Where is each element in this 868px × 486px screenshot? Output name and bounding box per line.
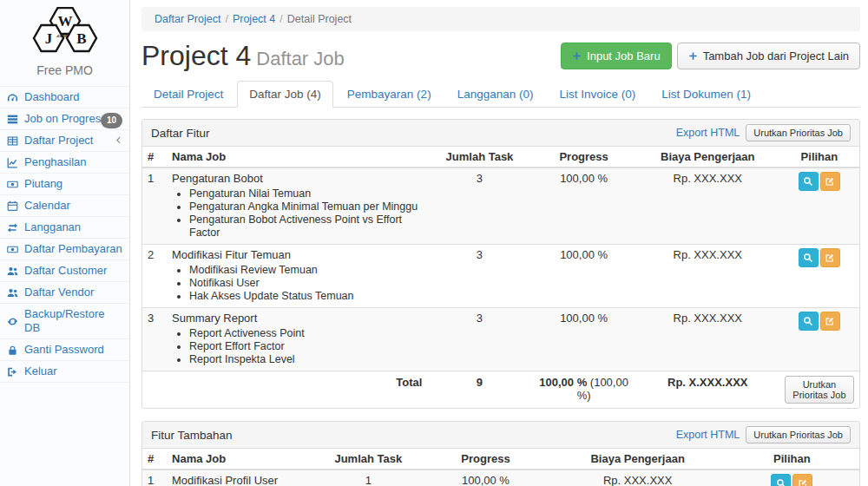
sub-job-item: Pengaturan Nilai Temuan xyxy=(189,187,422,200)
progress-value: 100,00 % xyxy=(532,308,636,371)
sidebar-item-daftar-customer[interactable]: Daftar Customer xyxy=(0,260,129,282)
row-number: 1 xyxy=(142,167,167,245)
urutkan-prioritas-job-button[interactable]: Urutkan Prioritas Job xyxy=(746,426,851,443)
logo-letter-b: B xyxy=(76,30,86,47)
line-chart-icon xyxy=(7,157,18,168)
progress-value: 100,00 % xyxy=(532,245,636,308)
export-html-link[interactable]: Export HTML xyxy=(676,127,740,139)
edit-job-button[interactable] xyxy=(820,312,840,331)
chevron-left-icon xyxy=(114,135,124,145)
tab-list-invoice-0[interactable]: List Invoice (0) xyxy=(547,81,648,108)
column-header-progress: Progress xyxy=(420,449,550,470)
sidebar-item-dashboard[interactable]: Dashboard xyxy=(0,86,129,108)
input-job-baru-button[interactable]: Input Job Baru xyxy=(561,43,672,69)
job-name: Pengaturan Bobot xyxy=(172,172,422,186)
total-progress: 100,00 % (100,00 %) xyxy=(532,371,636,409)
biaya-value: Rp. XXX.XXX xyxy=(551,470,725,486)
search-icon xyxy=(803,316,813,326)
breadcrumb-item-daftar-project[interactable]: Daftar Project xyxy=(155,13,220,25)
row-actions xyxy=(779,245,859,308)
sidebar-item-ganti-password[interactable]: Ganti Password xyxy=(0,339,129,361)
column-header-nama-job: Nama Job xyxy=(167,449,316,470)
breadcrumb-item-detail-project: Detail Project xyxy=(287,13,352,25)
search-icon xyxy=(803,176,813,187)
tab-list-dokumen-1[interactable]: List Dokumen (1) xyxy=(649,81,763,108)
biaya-value: Rp. XXX.XXX xyxy=(636,167,779,245)
export-html-link[interactable]: Export HTML xyxy=(676,429,740,441)
refresh-icon xyxy=(7,316,18,327)
tab-detail-project[interactable]: Detail Project xyxy=(141,81,235,108)
sidebar-item-langganan[interactable]: Langganan xyxy=(0,217,129,239)
sidebar-item-keluar[interactable]: Keluar xyxy=(0,361,129,383)
sidebar-item-calendar[interactable]: Calendar xyxy=(0,195,129,217)
tasks-icon xyxy=(7,114,19,125)
sidebar-item-daftar-pembayaran[interactable]: Daftar Pembayaran xyxy=(0,239,129,260)
sidebar-item-label: Calendar xyxy=(24,199,70,213)
view-job-button[interactable] xyxy=(771,474,791,486)
tambah-job-dari-project-lain-button[interactable]: Tambah Job dari Project Lain xyxy=(677,43,860,69)
sidebar-item-label: Ganti Password xyxy=(24,343,104,357)
jwb-logo: W J B .com xyxy=(0,0,129,60)
panel-tools: Export HTMLUrutkan Prioritas Job xyxy=(676,426,851,443)
column-header-jumlah-task: Jumlah Task xyxy=(316,449,420,470)
brand-name: Free PMO xyxy=(0,60,129,86)
edit-icon xyxy=(798,478,808,486)
users-icon xyxy=(7,266,19,277)
sidebar-item-label: Daftar Pembayaran xyxy=(24,242,122,256)
calendar-icon xyxy=(7,200,19,212)
view-job-button[interactable] xyxy=(799,172,819,191)
edit-job-button[interactable] xyxy=(792,474,812,486)
total-tasks: 9 xyxy=(427,371,531,409)
plus-icon xyxy=(688,51,698,61)
panel-tools: Export HTMLUrutkan Prioritas Job xyxy=(676,124,851,141)
edit-job-button[interactable] xyxy=(820,248,840,267)
row-actions xyxy=(779,167,859,245)
edit-icon xyxy=(825,316,835,326)
sidebar-item-label: Daftar Customer xyxy=(24,264,107,278)
sidebar-item-daftar-project[interactable]: Daftar Project xyxy=(0,130,129,152)
table-row: 2Modifikasi Fitur TemuanModifikasi Revie… xyxy=(142,245,859,308)
button-label: Input Job Baru xyxy=(587,49,661,63)
sub-job-item: Pengaturan Angka Minimal Temuan per Ming… xyxy=(189,200,422,213)
breadcrumb-item-project-4[interactable]: Project 4 xyxy=(233,13,275,25)
progress-value: 100,00 % xyxy=(532,167,636,245)
total-label: Total xyxy=(167,371,427,409)
row-number: 1 xyxy=(142,470,167,486)
panel-title: Fitur Tambahan xyxy=(151,429,233,442)
panel-title: Daftar Fitur xyxy=(151,127,210,140)
job-table: #Nama JobJumlah TaskProgressBiaya Penger… xyxy=(142,449,859,486)
breadcrumb: Daftar Project/Project 4/Detail Project xyxy=(141,7,860,31)
sidebar-item-daftar-vendor[interactable]: Daftar Vendor xyxy=(0,282,129,304)
sidebar-item-piutang[interactable]: Piutang xyxy=(0,174,129,195)
sidebar-item-backup-restore-db[interactable]: Backup/Restore DB xyxy=(0,304,129,339)
column-header-no: # xyxy=(142,449,167,470)
urutkan-prioritas-job-button[interactable]: Urutkan Prioritas Job xyxy=(746,124,851,141)
panel-header: Fitur TambahanExport HTMLUrutkan Priorit… xyxy=(142,422,859,449)
sub-job-list: Pengaturan Nilai TemuanPengaturan Angka … xyxy=(189,187,422,240)
biaya-value: Rp. XXX.XXX xyxy=(636,308,779,371)
column-header-no: # xyxy=(142,147,167,167)
table-icon xyxy=(7,135,18,147)
row-actions xyxy=(779,308,859,371)
tab-daftar-job-4[interactable]: Daftar Job (4) xyxy=(237,81,333,108)
sub-job-item: Hak Akses Update Status Temuan xyxy=(189,290,422,303)
page-title-block: Project 4Daftar Job xyxy=(141,40,345,72)
row-actions xyxy=(725,470,859,486)
urutkan-prioritas-job-button[interactable]: Urutkan Prioritas Job xyxy=(785,376,854,404)
edit-icon xyxy=(825,253,835,263)
view-job-button[interactable] xyxy=(799,248,819,267)
column-header-biaya-pengerjaan: Biaya Pengerjaan xyxy=(636,147,779,167)
edit-job-button[interactable] xyxy=(820,172,840,191)
column-header-pilihan: Pilihan xyxy=(779,147,859,167)
refresh-icon xyxy=(7,316,19,327)
sidebar-item-penghasilan[interactable]: Penghasilan xyxy=(0,152,129,174)
tab-langganan-0[interactable]: Langganan (0) xyxy=(445,81,546,108)
tab-pembayaran-2[interactable]: Pembayaran (2) xyxy=(335,81,444,108)
panel-daftar-fitur: Daftar FiturExport HTMLUrutkan Prioritas… xyxy=(141,119,860,409)
chevron-left-icon xyxy=(114,135,123,145)
money-icon xyxy=(7,179,18,190)
money-icon xyxy=(7,244,18,255)
sidebar-item-job-on-progress[interactable]: Job on Progress10 xyxy=(0,108,129,130)
view-job-button[interactable] xyxy=(799,312,819,331)
lock-icon xyxy=(7,345,18,356)
